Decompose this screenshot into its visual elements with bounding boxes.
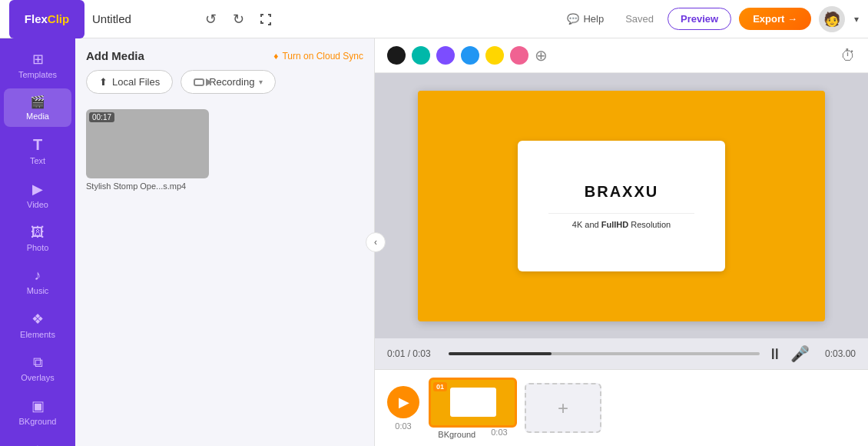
- timeline: ▶ 0:03 01 BKground 0:03 +: [375, 369, 868, 446]
- color-blue[interactable]: [461, 46, 479, 65]
- diamond-icon: ♦: [273, 51, 278, 62]
- clip-thumb-inner: [450, 388, 496, 417]
- canvas-card-title: BRAXXU: [585, 183, 658, 201]
- sidebar-item-label: Templates: [18, 70, 57, 79]
- collapse-panel-button[interactable]: ‹: [366, 232, 386, 252]
- pause-icon: ⏸: [767, 345, 783, 363]
- media-thumb-preview: 00:17: [86, 109, 209, 178]
- video-icon: ▶: [32, 181, 43, 198]
- topbar: FlexClip ↺ ↻ 💬 Help Saved Preview Export…: [0, 0, 868, 38]
- color-black[interactable]: [387, 46, 406, 65]
- sidebar-item-label: Photo: [27, 243, 49, 252]
- media-grid: 00:17 Stylish Stomp Ope...s.mp4: [75, 103, 374, 446]
- video-controls: 0:01 / 0:03 ⏸ 🎤 0:03.00: [375, 338, 868, 369]
- progress-bar-fill: [449, 352, 552, 355]
- timeline-time-display: 0:03: [395, 421, 411, 431]
- color-pink[interactable]: [510, 46, 528, 65]
- canvas-card-subtitle: 4K and FullHD Resolution: [572, 220, 671, 229]
- cloud-sync-label: Turn on Cloud Sync: [282, 51, 363, 62]
- recording-button[interactable]: Recording ▾: [181, 70, 276, 94]
- sidebar: ⊞ Templates 🎬 Media T Text ▶ Video 🖼 Pho…: [0, 38, 75, 446]
- progress-bar[interactable]: [449, 352, 760, 355]
- clock-icon[interactable]: ⏱: [840, 47, 856, 65]
- sidebar-item-label: Music: [27, 286, 49, 295]
- media-buttons: ⬆ Local Files Recording ▾: [75, 70, 374, 103]
- music-icon: ♪: [35, 268, 41, 284]
- media-icon: 🎬: [30, 95, 45, 109]
- canvas-preview[interactable]: BRAXXU 4K and FullHD Resolution: [418, 91, 825, 321]
- saved-status: Saved: [619, 13, 660, 25]
- logo-text: FlexClip: [25, 12, 69, 25]
- templates-icon: ⊞: [32, 51, 44, 68]
- help-label: Help: [583, 13, 604, 25]
- more-colors-button[interactable]: ⊕: [535, 46, 548, 65]
- timeline-clips: 01 BKground 0:03 +: [429, 378, 601, 439]
- center-area: ⊕ ⏱ BRAXXU 4K and FullHD Resolution 0:01…: [375, 38, 868, 446]
- sidebar-item-media[interactable]: 🎬 Media: [4, 88, 71, 127]
- sidebar-item-label: Elements: [20, 330, 55, 339]
- preview-button[interactable]: Preview: [668, 8, 731, 30]
- sidebar-item-label: Overlays: [21, 373, 54, 382]
- app-logo[interactable]: FlexClip: [9, 0, 84, 38]
- left-panel-wrapper: Add Media ♦ Turn on Cloud Sync ⬆ Local F…: [75, 38, 375, 446]
- recording-label: Recording: [209, 76, 254, 88]
- play-section: ▶ 0:03: [387, 386, 419, 431]
- media-timestamp: 00:17: [89, 112, 114, 122]
- upload-icon: ⬆: [99, 76, 108, 88]
- sidebar-item-bkground[interactable]: ▣ BKground: [4, 391, 71, 432]
- timeline-play-button[interactable]: ▶: [387, 386, 419, 418]
- sidebar-item-music[interactable]: ♪ Music: [4, 261, 71, 301]
- avatar[interactable]: 🧑: [819, 6, 845, 32]
- sidebar-item-watermark[interactable]: ◈ Watermark: [4, 435, 71, 446]
- local-files-label: Local Files: [112, 76, 160, 88]
- cloud-sync-button[interactable]: ♦ Turn on Cloud Sync: [273, 51, 363, 62]
- pause-button[interactable]: ⏸: [767, 345, 783, 363]
- color-purple[interactable]: [436, 46, 455, 65]
- photo-icon: 🖼: [31, 225, 45, 241]
- recording-icon: [194, 78, 204, 86]
- clip-duration: 0:03: [491, 428, 507, 439]
- add-media-title: Add Media: [86, 49, 144, 62]
- sidebar-item-photo[interactable]: 🖼 Photo: [4, 218, 71, 258]
- undo-button[interactable]: ↺: [200, 8, 221, 30]
- clip-thumbnail[interactable]: 01: [429, 378, 517, 428]
- sidebar-item-elements[interactable]: ❖ Elements: [4, 305, 71, 345]
- sidebar-item-label: Video: [27, 200, 48, 209]
- add-clip-button[interactable]: +: [525, 383, 601, 433]
- export-button[interactable]: Export →: [739, 8, 811, 30]
- clip-meta: BKground 0:03: [438, 428, 507, 439]
- current-time-display: 0:01 / 0:03: [387, 348, 441, 359]
- color-yellow[interactable]: [485, 46, 504, 65]
- sidebar-item-templates[interactable]: ⊞ Templates: [4, 45, 71, 85]
- add-clip-icon: +: [558, 398, 568, 419]
- left-panel: Add Media ♦ Turn on Cloud Sync ⬆ Local F…: [75, 38, 375, 446]
- bkground-icon: ▣: [31, 398, 45, 414]
- canvas-card-divider: [548, 213, 694, 214]
- color-teal[interactable]: [412, 46, 430, 65]
- sidebar-item-label: Text: [30, 156, 45, 165]
- play-icon: ▶: [399, 394, 409, 411]
- clip-label: BKground: [438, 430, 475, 439]
- canvas-area: BRAXXU 4K and FullHD Resolution: [375, 73, 868, 338]
- fullscreen-button[interactable]: [255, 8, 277, 30]
- avatar-chevron-icon[interactable]: ▾: [854, 14, 859, 25]
- project-title-input[interactable]: [92, 12, 192, 25]
- sidebar-item-overlays[interactable]: ⧉ Overlays: [4, 348, 71, 388]
- canvas-card: BRAXXU 4K and FullHD Resolution: [518, 141, 725, 271]
- sidebar-item-label: Media: [26, 112, 49, 121]
- elements-icon: ❖: [31, 311, 44, 328]
- help-button[interactable]: 💬 Help: [559, 9, 611, 28]
- help-icon: 💬: [567, 13, 579, 25]
- clip-item: 01 BKground 0:03: [429, 378, 517, 439]
- sidebar-item-video[interactable]: ▶ Video: [4, 175, 71, 215]
- microphone-icon[interactable]: 🎤: [790, 344, 810, 363]
- sidebar-item-text[interactable]: T Text: [4, 130, 71, 171]
- media-thumb-item[interactable]: 00:17 Stylish Stomp Ope...s.mp4: [86, 109, 209, 440]
- overlays-icon: ⧉: [33, 354, 43, 371]
- local-files-button[interactable]: ⬆ Local Files: [86, 70, 173, 94]
- topbar-icons: ↺ ↻: [200, 8, 277, 30]
- redo-button[interactable]: ↻: [227, 8, 249, 30]
- watermark-icon: ◈: [32, 441, 43, 446]
- clip-badge: 01: [433, 382, 447, 391]
- add-clip-item: +: [525, 383, 601, 433]
